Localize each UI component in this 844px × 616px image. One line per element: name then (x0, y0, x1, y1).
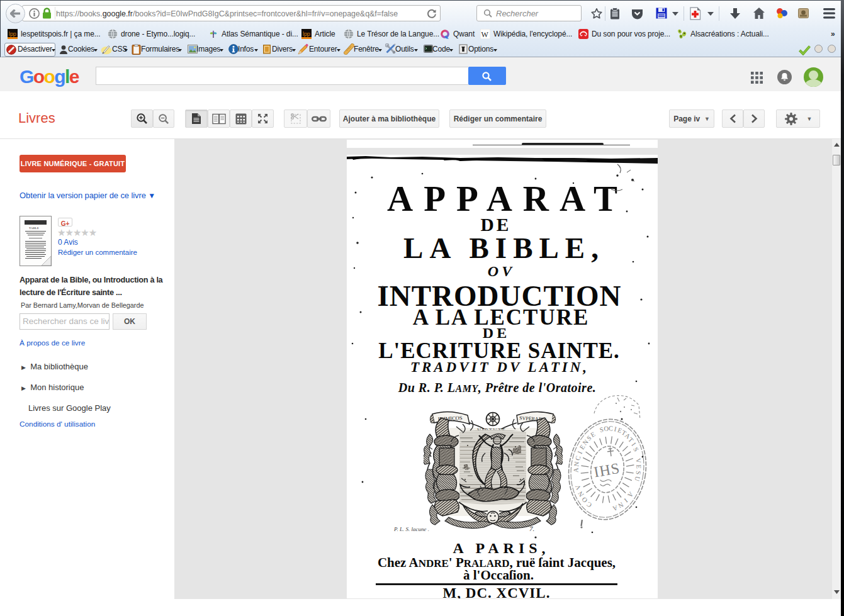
svg-text:lpp: lpp (9, 31, 16, 37)
svg-text:TABLE: TABLE (29, 227, 39, 230)
svg-text:W: W (481, 30, 489, 38)
svg-text:lpp: lpp (303, 31, 310, 37)
